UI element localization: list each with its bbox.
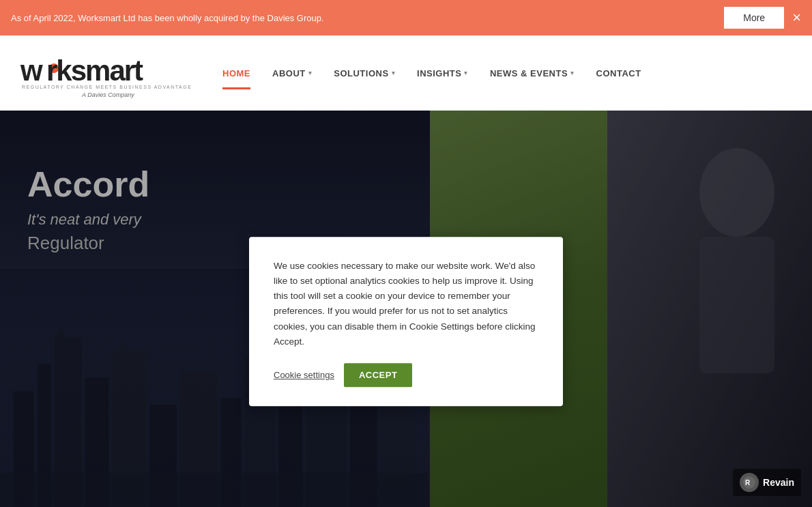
cookie-settings-button[interactable]: Cookie settings	[274, 370, 334, 380]
nav-item-news-events[interactable]: NEWS & EVENTS ▾	[479, 63, 585, 84]
nav-item-solutions[interactable]: SOLUTIONS ▾	[323, 63, 406, 84]
chevron-down-icon: ▾	[308, 70, 313, 76]
more-button[interactable]: More	[724, 7, 784, 29]
nav-item-contact[interactable]: CONTACT	[585, 63, 652, 84]
banner-actions: More ×	[724, 7, 801, 29]
cookie-accept-button[interactable]: ACCEPT	[344, 363, 412, 387]
svg-text:REGULATORY CHANGE MEETS BUSINE: REGULATORY CHANGE MEETS BUSINESS ADVANTA…	[22, 85, 192, 89]
nav-item-insights[interactable]: INSIGHTS ▾	[406, 63, 479, 84]
svg-text:rksmart: rksmart	[46, 55, 143, 87]
site-header: w rksmart REGULATORY CHANGE MEETS BUSINE…	[0, 35, 812, 111]
banner-text: As of April 2022, Worksmart Ltd has been…	[11, 13, 324, 23]
cookie-body-text: We use cookies necessary to make our web…	[274, 259, 538, 350]
svg-text:R: R	[745, 479, 751, 487]
svg-text:A Davies Company: A Davies Company	[81, 91, 134, 98]
close-banner-button[interactable]: ×	[792, 10, 801, 25]
announcement-banner: As of April 2022, Worksmart Ltd has been…	[0, 0, 812, 35]
revain-badge[interactable]: R Revain	[733, 469, 801, 496]
chevron-down-icon: ▾	[392, 70, 396, 76]
nav-item-home[interactable]: HOME	[212, 63, 261, 84]
chevron-down-icon: ▾	[464, 70, 468, 76]
chevron-down-icon: ▾	[570, 70, 575, 76]
main-nav: HOME ABOUT ▾ SOLUTIONS ▾ INSIGHTS ▾ NEWS…	[212, 63, 652, 84]
svg-text:w: w	[20, 55, 43, 87]
logo[interactable]: w rksmart REGULATORY CHANGE MEETS BUSINE…	[20, 49, 212, 97]
revain-label: Revain	[763, 477, 794, 488]
nav-item-about[interactable]: ABOUT ▾	[261, 63, 323, 84]
cookie-consent-modal: We use cookies necessary to make our web…	[249, 237, 563, 407]
cookie-actions: Cookie settings ACCEPT	[274, 363, 538, 387]
revain-icon: R	[740, 473, 759, 492]
